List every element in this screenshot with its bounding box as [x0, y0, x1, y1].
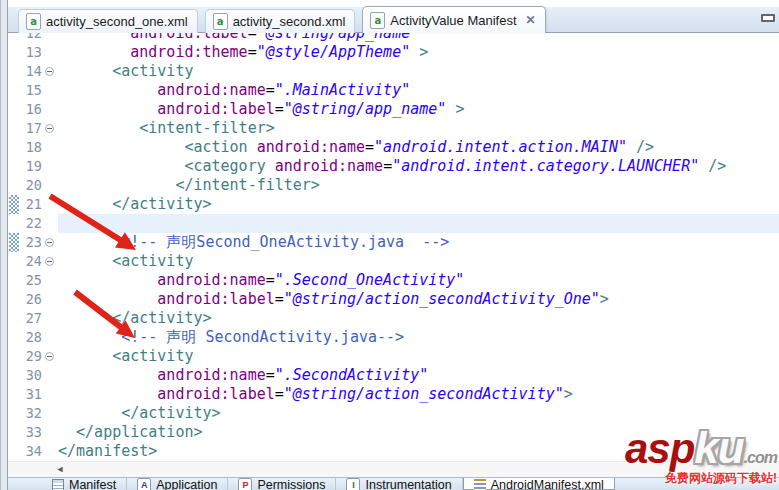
fold-column [42, 214, 58, 233]
xml-file-icon: a [370, 12, 385, 29]
line-number: 24 [8, 252, 42, 271]
code-text[interactable]: <!-- 声明 SecondActivity.java--> [58, 328, 404, 347]
code-line-25: 25 android:name=".Second_OneActivity" [8, 271, 779, 290]
code-text[interactable]: </activity> [58, 195, 212, 214]
xml-source-editor[interactable]: 12 android:label="@string/app_name"13 an… [8, 33, 779, 461]
left-sash[interactable] [0, 0, 8, 490]
page-tab-label: Permissions [257, 478, 325, 490]
line-number: 13 [8, 43, 42, 62]
horizontal-scrollbar[interactable]: ◄ [8, 461, 779, 478]
code-text[interactable]: </application> [58, 423, 203, 442]
code-text[interactable]: android:label="@string/app_name" [58, 33, 419, 43]
tab-label: activity_second_one.xml [46, 14, 188, 29]
page-tab-instrumentation[interactable]: IInstrumentation [336, 478, 462, 490]
code-text[interactable]: android:label="@string/action_secondActi… [58, 290, 609, 309]
fold-column [42, 43, 58, 62]
code-line-32: 32 </activity> [8, 404, 779, 423]
code-text[interactable]: <category android:name="android.intent.c… [58, 157, 726, 176]
code-line-17: 17 <intent-filter> [8, 119, 779, 138]
line-number: 15 [8, 81, 42, 100]
fold-column [42, 423, 58, 442]
permissions-icon: P [238, 478, 252, 490]
page-tab-manifest[interactable]: Manifest [42, 478, 127, 490]
editor-tab-bar: aactivity_second_one.xmlaactivity_second… [8, 0, 779, 33]
code-line-23: 23 <!-- 声明Second_OneActivity.java --> [8, 233, 779, 252]
code-text[interactable]: android:name=".Second_OneActivity" [58, 271, 464, 290]
code-text[interactable]: android:theme="@style/AppTheme" > [58, 43, 428, 62]
code-line-24: 24 <activity [8, 252, 779, 271]
page-tab-application[interactable]: AApplication [127, 478, 228, 490]
code-line-13: 13 android:theme="@style/AppTheme" > [8, 43, 779, 62]
fold-column [42, 442, 58, 461]
page-tab-label: Manifest [69, 478, 116, 490]
code-text[interactable]: <activity [58, 252, 193, 271]
line-number: 28 [8, 328, 42, 347]
code-text[interactable]: android:name=".SecondActivity" [58, 366, 428, 385]
line-number: 19 [8, 157, 42, 176]
code-text[interactable]: </intent-filter> [58, 176, 320, 195]
fold-column [42, 252, 58, 271]
fold-column [42, 309, 58, 328]
line-number: 26 [8, 290, 42, 309]
code-line-33: 33 </application> [8, 423, 779, 442]
line-number: 22 [8, 214, 42, 233]
page-tab-label: Instrumentation [365, 478, 451, 490]
fold-column [42, 366, 58, 385]
code-line-21: 21 </activity> [8, 195, 779, 214]
line-number: 14 [8, 62, 42, 81]
line-number: 18 [8, 138, 42, 157]
fold-column [42, 328, 58, 347]
code-text[interactable]: android:name=".MainActivity" [58, 81, 410, 100]
manifest-icon [52, 479, 64, 490]
line-number: 23 [8, 233, 42, 252]
line-number: 12 [8, 33, 42, 43]
code-line-28: 28 <!-- 声明 SecondActivity.java--> [8, 328, 779, 347]
collapse-icon[interactable] [45, 124, 54, 133]
close-icon[interactable]: ✕ [526, 13, 536, 27]
code-line-19: 19 <category android:name="android.inten… [8, 157, 779, 176]
line-number: 33 [8, 423, 42, 442]
fold-column [42, 81, 58, 100]
xml-file-icon: a [213, 13, 228, 30]
code-text[interactable]: </activity> [58, 309, 212, 328]
fold-column [42, 290, 58, 309]
editor-tab-activityvalue-manifest[interactable]: aActivityValue Manifest✕ [362, 6, 545, 33]
code-text[interactable]: <activity [58, 347, 193, 366]
code-line-34: 34</manifest> [8, 442, 779, 461]
line-number: 16 [8, 100, 42, 119]
code-text[interactable]: </manifest> [58, 442, 157, 461]
fold-column [42, 404, 58, 423]
fold-column [42, 271, 58, 290]
application-icon: A [137, 478, 151, 490]
line-number: 17 [8, 119, 42, 138]
minimize-button[interactable] [761, 14, 775, 22]
code-line-22: 22 [8, 214, 779, 233]
code-text[interactable]: <!-- 声明Second_OneActivity.java --> [58, 233, 449, 252]
line-number: 29 [8, 347, 42, 366]
page-tab-androidmanifest-xml[interactable]: AndroidManifest.xml [463, 477, 615, 490]
editor-tab-activity-second-xml[interactable]: aactivity_second.xml [205, 9, 356, 33]
fold-column [42, 33, 58, 43]
androidmanifest-icon [474, 479, 486, 490]
line-number: 34 [8, 442, 42, 461]
scroll-left-icon[interactable]: ◄ [52, 463, 68, 476]
fold-column [42, 157, 58, 176]
fold-column [42, 138, 58, 157]
editor-tab-activity-second-one-xml[interactable]: aactivity_second_one.xml [18, 9, 198, 33]
page-tab-label: AndroidManifest.xml [491, 478, 604, 490]
collapse-icon[interactable] [45, 67, 54, 76]
collapse-icon[interactable] [45, 257, 54, 266]
collapse-icon[interactable] [45, 238, 54, 247]
fold-column [42, 233, 58, 252]
page-tab-label: Application [156, 478, 217, 490]
code-text[interactable]: <intent-filter> [58, 119, 275, 138]
xml-file-icon: a [26, 13, 41, 30]
code-text[interactable]: android:label="@string/action_secondActi… [58, 385, 573, 404]
code-text[interactable]: </activity> [58, 404, 221, 423]
line-number: 25 [8, 271, 42, 290]
collapse-icon[interactable] [45, 352, 54, 361]
code-text[interactable]: <activity [58, 62, 193, 81]
code-text[interactable]: <action android:name="android.intent.act… [58, 138, 654, 157]
code-text[interactable]: android:label="@string/app_name" > [58, 100, 464, 119]
page-tab-permissions[interactable]: PPermissions [228, 478, 336, 490]
